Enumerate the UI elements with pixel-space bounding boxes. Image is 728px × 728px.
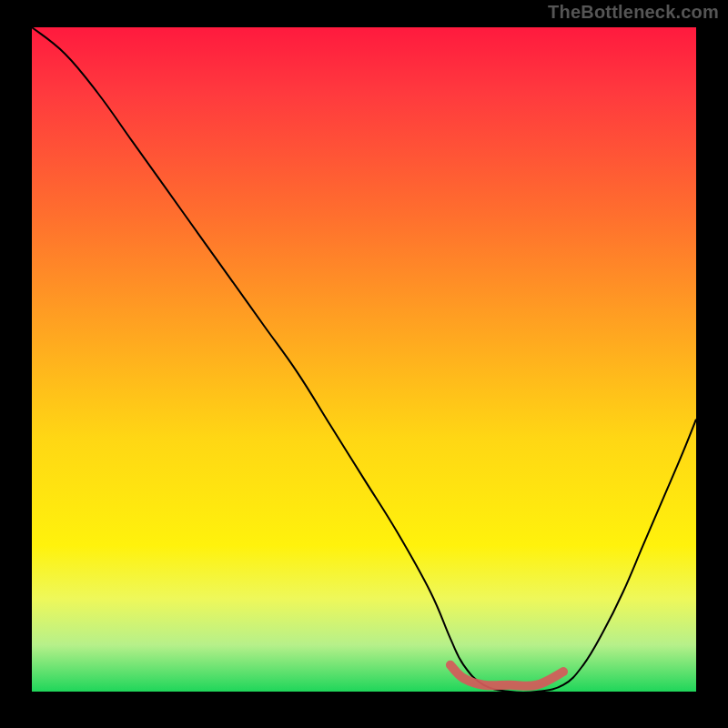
watermark-text: TheBottleneck.com [548,2,719,23]
chart-background [32,27,696,692]
chart-svg [32,27,696,692]
chart-stage: TheBottleneck.com [0,0,728,728]
chart-plot [32,27,696,692]
